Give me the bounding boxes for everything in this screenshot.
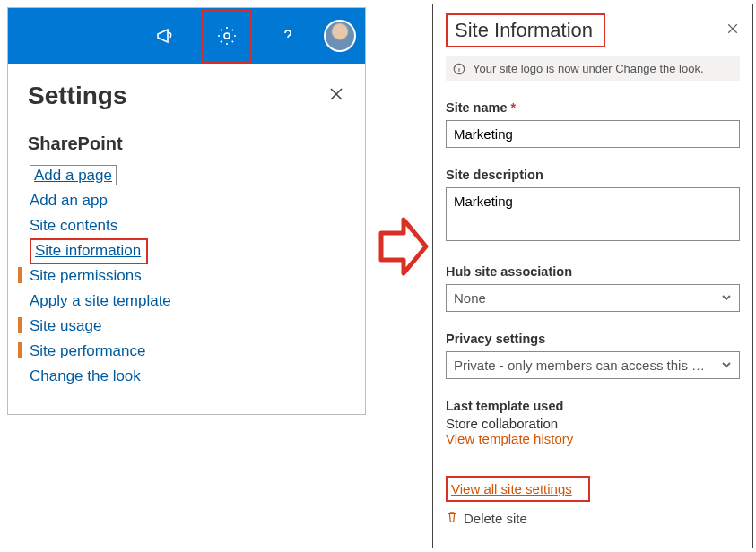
app-bar	[8, 8, 365, 64]
trash-icon	[446, 511, 458, 526]
help-icon[interactable]	[268, 16, 308, 56]
privacy-settings-value: Private - only members can access this …	[454, 358, 705, 373]
info-banner: Your site logo is now under Change the l…	[446, 56, 740, 81]
site-info-title: Site Information	[446, 13, 605, 47]
settings-item-change-look[interactable]: Change the look	[30, 367, 141, 385]
settings-panel: Settings SharePoint Add a page Add an ap…	[7, 7, 366, 415]
settings-title: Settings	[28, 82, 126, 110]
privacy-settings-label: Privacy settings	[446, 332, 740, 346]
delete-site-label: Delete site	[464, 511, 527, 526]
settings-item-site-information[interactable]: Site information	[30, 238, 148, 264]
arrow-icon	[377, 215, 430, 278]
site-description-input[interactable]	[446, 187, 740, 241]
hub-association-value: None	[454, 290, 486, 306]
hub-association-select[interactable]: None	[446, 284, 740, 312]
site-information-panel: Site Information Your site logo is now u…	[432, 4, 753, 548]
site-description-label: Site description	[446, 168, 740, 182]
settings-item-add-app[interactable]: Add an app	[30, 192, 108, 210]
site-name-input[interactable]	[446, 120, 740, 148]
settings-item-add-page[interactable]: Add a page	[30, 165, 117, 185]
settings-item-apply-template[interactable]: Apply a site template	[30, 292, 171, 310]
last-template-value: Store collaboration	[446, 416, 740, 431]
close-icon[interactable]	[327, 85, 345, 107]
chevron-down-icon	[721, 358, 732, 373]
privacy-settings-select[interactable]: Private - only members can access this …	[446, 351, 740, 379]
info-icon	[453, 63, 465, 75]
svg-point-0	[224, 33, 230, 39]
settings-item-site-contents[interactable]: Site contents	[30, 217, 117, 235]
last-template-label: Last template used	[446, 399, 740, 413]
settings-list: Add a page Add an app Site contents Site…	[30, 163, 345, 389]
settings-item-site-usage[interactable]: Site usage	[30, 317, 101, 335]
gear-icon[interactable]	[202, 9, 252, 63]
chevron-down-icon	[721, 290, 732, 306]
settings-item-site-permissions[interactable]: Site permissions	[30, 267, 142, 285]
megaphone-icon[interactable]	[146, 16, 186, 56]
settings-item-site-performance[interactable]: Site performance	[30, 342, 145, 360]
hub-association-label: Hub site association	[446, 264, 740, 279]
view-all-site-settings-link[interactable]: View all site settings	[446, 476, 590, 502]
section-header: SharePoint	[28, 134, 345, 154]
delete-site-link[interactable]: Delete site	[446, 511, 740, 526]
info-banner-text: Your site logo is now under Change the l…	[473, 62, 704, 75]
view-template-history-link[interactable]: View template history	[446, 431, 573, 446]
site-name-label: Site name *	[446, 100, 740, 115]
close-icon[interactable]	[726, 22, 740, 39]
avatar[interactable]	[324, 20, 356, 52]
